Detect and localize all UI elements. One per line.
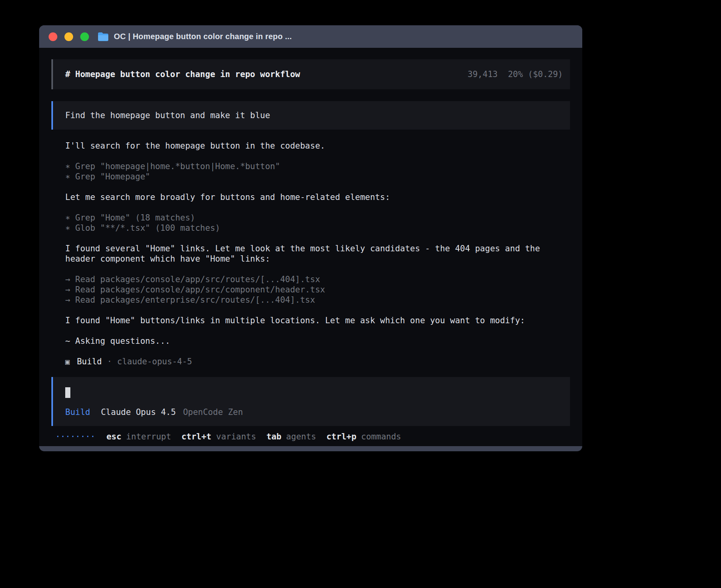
hint-agents[interactable]: tab agents bbox=[266, 432, 316, 442]
commands-label: commands bbox=[361, 432, 401, 442]
zoom-button[interactable] bbox=[80, 32, 89, 41]
window-controls bbox=[49, 32, 89, 41]
user-message: Find the homepage button and make it blu… bbox=[51, 101, 570, 130]
assistant-text: Let me search more broadly for buttons a… bbox=[65, 192, 570, 202]
assistant-text: I found "Home" buttons/links in multiple… bbox=[65, 315, 570, 326]
agent-separator: · bbox=[107, 356, 112, 367]
minimize-button[interactable] bbox=[64, 32, 73, 41]
session-stats: 39,413 20% ($0.29) bbox=[468, 69, 563, 79]
folder-icon bbox=[98, 32, 109, 41]
interrupt-label: interrupt bbox=[126, 432, 171, 442]
terminal-content: # Homepage button color change in repo w… bbox=[39, 48, 582, 446]
tool-calls: → Read packages/console/app/src/routes/[… bbox=[65, 274, 570, 305]
input-provider-label: OpenCode Zen bbox=[183, 407, 243, 417]
agent-status-line: ▣ Build · claude-opus-4-5 bbox=[65, 356, 570, 367]
input-meta: Build Claude Opus 4.5 OpenCode Zen bbox=[65, 407, 558, 417]
terminal-window: OC | Homepage button color change in rep… bbox=[39, 25, 582, 451]
title-group: OC | Homepage button color change in rep… bbox=[98, 32, 292, 41]
tab-key-hint: tab bbox=[266, 432, 281, 442]
desktop: OC | Homepage button color change in rep… bbox=[0, 0, 721, 588]
token-count: 39,413 bbox=[468, 69, 498, 79]
variants-label: variants bbox=[216, 432, 256, 442]
tool-call-read: → Read packages/console/app/src/componen… bbox=[65, 285, 570, 295]
window-title: OC | Homepage button color change in rep… bbox=[114, 32, 292, 41]
tool-calls: ∗ Grep "homepage|home.*button|Home.*butt… bbox=[65, 161, 570, 182]
esc-key-hint[interactable]: esc bbox=[106, 432, 121, 442]
tool-call-grep: ∗ Grep "homepage|home.*button|Home.*butt… bbox=[65, 161, 570, 172]
assistant-status-text: ~ Asking questions... bbox=[65, 336, 570, 346]
conversation: I'll search for the homepage button in t… bbox=[51, 141, 570, 377]
ctrl-t-key-hint: ctrl+t bbox=[181, 432, 211, 442]
text-cursor bbox=[65, 387, 70, 398]
tool-call-read: → Read packages/enterprise/src/routes/[.… bbox=[65, 295, 570, 305]
session-header: # Homepage button color change in repo w… bbox=[51, 59, 570, 89]
context-usage: 20% ($0.29) bbox=[508, 69, 563, 79]
ctrl-p-key-hint: ctrl+p bbox=[327, 432, 357, 442]
agents-label: agents bbox=[286, 432, 316, 442]
tool-call-glob: ∗ Glob "**/*.tsx" (100 matches) bbox=[65, 223, 570, 233]
prompt-input[interactable]: Build Claude Opus 4.5 OpenCode Zen bbox=[51, 377, 570, 426]
working-dots: ········ bbox=[55, 432, 95, 442]
agent-name: Build bbox=[77, 356, 102, 367]
tool-calls: ∗ Grep "Home" (18 matches) ∗ Glob "**/*.… bbox=[65, 213, 570, 233]
tool-call-grep: ∗ Grep "Homepage" bbox=[65, 172, 570, 182]
assistant-text: I found several "Home" links. Let me loo… bbox=[65, 243, 570, 264]
session-title: # Homepage button color change in repo w… bbox=[65, 69, 468, 79]
agent-model: claude-opus-4-5 bbox=[117, 356, 192, 367]
titlebar[interactable]: OC | Homepage button color change in rep… bbox=[39, 25, 582, 48]
user-message-text: Find the homepage button and make it blu… bbox=[65, 110, 270, 121]
input-agent-label[interactable]: Build bbox=[65, 407, 90, 417]
close-button[interactable] bbox=[49, 32, 57, 41]
tool-call-grep: ∗ Grep "Home" (18 matches) bbox=[65, 213, 570, 223]
assistant-text: I'll search for the homepage button in t… bbox=[65, 141, 570, 151]
tool-call-read: → Read packages/console/app/src/routes/[… bbox=[65, 274, 570, 285]
agent-icon: ▣ bbox=[65, 356, 70, 367]
status-bar: ········ esc interrupt ctrl+t variants t… bbox=[51, 432, 570, 442]
hint-commands[interactable]: ctrl+p commands bbox=[327, 432, 401, 442]
hint-variants[interactable]: ctrl+t variants bbox=[181, 432, 256, 442]
input-model-label[interactable]: Claude Opus 4.5 bbox=[101, 407, 176, 417]
